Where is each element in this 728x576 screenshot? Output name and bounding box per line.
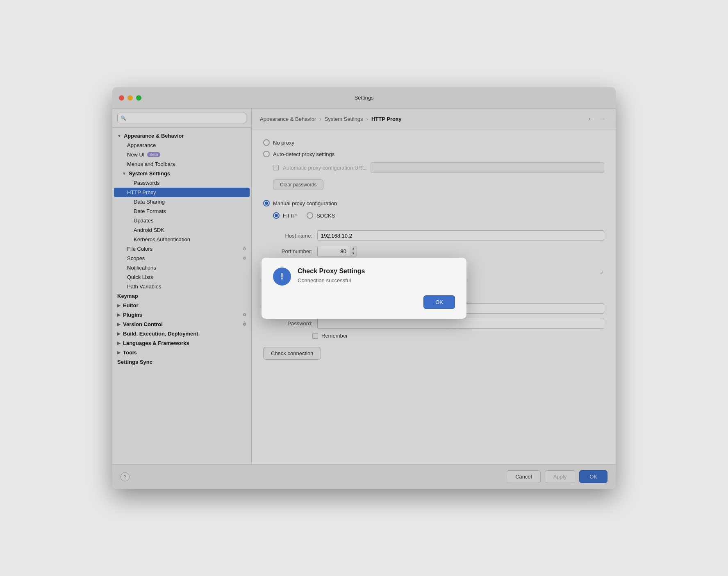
- dialog-text-content: Check Proxy Settings Connection successf…: [298, 268, 455, 283]
- dialog-overlay: ! Check Proxy Settings Connection succes…: [252, 109, 616, 464]
- dialog-ok-button[interactable]: OK: [423, 295, 455, 309]
- dialog-title: Check Proxy Settings: [298, 268, 455, 275]
- dialog-message: Connection successful: [298, 277, 455, 283]
- dialog-header: ! Check Proxy Settings Connection succes…: [273, 268, 455, 286]
- content-area: Appearance & Behavior › System Settings …: [252, 109, 616, 464]
- settings-window: Settings 🔍 ▼ Appearance & Behavior Appea…: [112, 87, 616, 489]
- info-icon: !: [273, 268, 291, 286]
- check-proxy-dialog: ! Check Proxy Settings Connection succes…: [262, 258, 466, 319]
- dialog-footer: OK: [273, 295, 455, 309]
- main-content: 🔍 ▼ Appearance & Behavior Appearance New…: [112, 109, 616, 464]
